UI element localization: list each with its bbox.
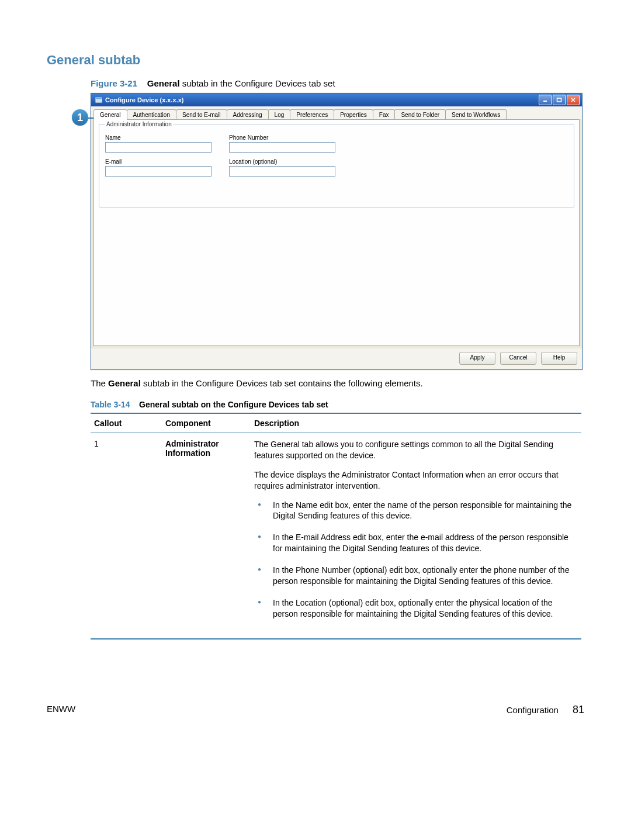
intro-paragraph: The General subtab in the Configure Devi… [91, 378, 584, 388]
help-button[interactable]: Help [541, 352, 577, 365]
figure-label: Figure 3-21 [91, 78, 137, 88]
figure-area: 1 Configure Device (x.x.x.x) General Aut… [91, 93, 584, 370]
tab-authentication[interactable]: Authentication [127, 109, 176, 120]
desc-p1: The General tab allows you to configure … [254, 439, 578, 461]
intro-post: subtab in the Configure Devices tab set … [141, 378, 423, 388]
tab-general[interactable]: General [93, 109, 127, 120]
tab-addressing[interactable]: Addressing [227, 109, 269, 120]
window-app-icon [95, 96, 103, 104]
administrator-information-legend: Administrator Information [105, 121, 173, 127]
phone-input[interactable] [229, 142, 335, 153]
administrator-information-group: Administrator Information Name Phone Num… [99, 121, 574, 208]
figure-rest: subtab in the Configure Devices tab set [180, 78, 335, 88]
dialog-button-bar: Apply Cancel Help [91, 348, 582, 369]
footer-page-number: 81 [573, 704, 584, 716]
list-item: In the Name edit box, enter the name of … [271, 500, 578, 522]
tab-properties[interactable]: Properties [334, 109, 373, 120]
tab-bar: General Authentication Send to E-mail Ad… [91, 106, 582, 119]
th-component: Component [162, 413, 251, 433]
list-item: In the Location (optional) edit box, opt… [271, 597, 578, 620]
tab-send-to-workflows[interactable]: Send to Workflows [445, 109, 507, 120]
section-heading: General subtab [47, 53, 584, 68]
window-controls [539, 95, 580, 105]
general-subtab-table: Callout Component Description 1 Administ… [91, 413, 581, 639]
list-item: In the E-mail Address edit box, enter th… [271, 532, 578, 554]
cell-component: Administrator Information [162, 433, 251, 639]
window-minimize-button[interactable] [539, 95, 552, 105]
tab-fax[interactable]: Fax [373, 109, 396, 120]
email-label: E-mail [105, 158, 212, 165]
location-label: Location (optional) [229, 158, 335, 165]
page-footer: ENWW Configuration 81 [47, 704, 584, 716]
svg-rect-1 [96, 98, 102, 99]
tab-log[interactable]: Log [268, 109, 291, 120]
footer-left: ENWW [47, 704, 75, 716]
table-label: Table 3-14 [91, 400, 130, 409]
desc-p2: The device displays the Administrator Co… [254, 469, 578, 492]
figure-bold: General [147, 78, 180, 88]
figure-caption: Figure 3-21 General subtab in the Config… [91, 78, 584, 88]
phone-label: Phone Number [229, 134, 335, 141]
cell-description: The General tab allows you to configure … [251, 433, 581, 639]
footer-section: Configuration [507, 705, 559, 715]
cell-callout: 1 [91, 433, 162, 639]
list-item: In the Phone Number (optional) edit box,… [271, 565, 578, 587]
th-description: Description [251, 413, 581, 433]
tab-send-to-folder[interactable]: Send to Folder [394, 109, 446, 120]
table-row: 1 Administrator Information The General … [91, 433, 581, 639]
intro-bold: General [108, 378, 141, 388]
location-input[interactable] [229, 166, 335, 177]
email-input[interactable] [105, 166, 212, 177]
svg-rect-3 [557, 98, 561, 102]
intro-pre: The [91, 378, 108, 388]
window-title: Configure Device (x.x.x.x) [105, 96, 539, 103]
tab-send-to-email[interactable]: Send to E-mail [176, 109, 227, 120]
apply-button[interactable]: Apply [459, 352, 495, 365]
tab-content-general: Administrator Information Name Phone Num… [93, 119, 580, 346]
name-label: Name [105, 134, 212, 141]
th-callout: Callout [91, 413, 162, 433]
table-title: General subtab on the Configure Devices … [139, 400, 328, 409]
cancel-button[interactable]: Cancel [500, 352, 536, 365]
callout-bubble-1: 1 [72, 109, 88, 126]
configure-device-window: Configure Device (x.x.x.x) General Authe… [91, 93, 583, 370]
window-titlebar: Configure Device (x.x.x.x) [91, 94, 582, 106]
window-close-button[interactable] [567, 95, 580, 105]
table-caption: Table 3-14 General subtab on the Configu… [91, 400, 584, 409]
window-maximize-button[interactable] [553, 95, 566, 105]
name-input[interactable] [105, 142, 212, 153]
tab-preferences[interactable]: Preferences [290, 109, 334, 120]
